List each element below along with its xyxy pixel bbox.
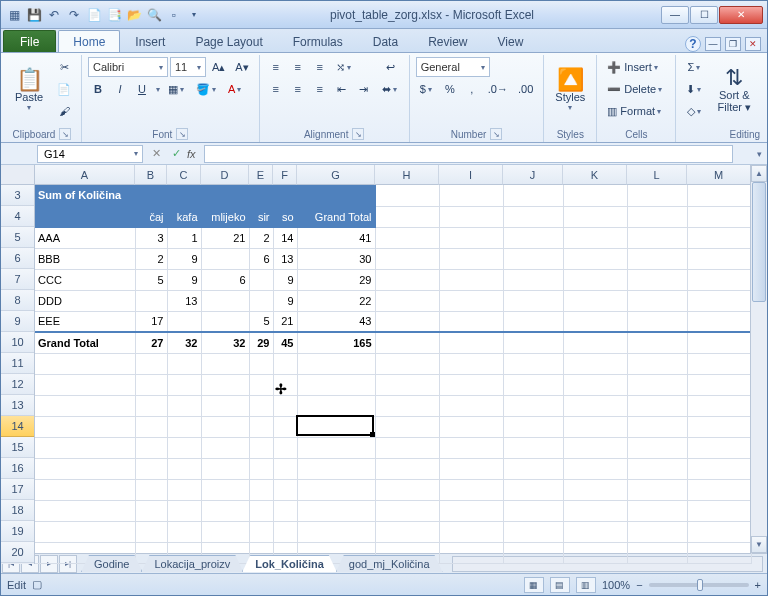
font-color-icon[interactable]: A▾ bbox=[224, 79, 247, 99]
zoom-slider[interactable] bbox=[649, 583, 749, 587]
pivot-value[interactable]: 29 bbox=[297, 269, 375, 290]
column-header[interactable]: D bbox=[201, 165, 249, 185]
cell[interactable] bbox=[297, 500, 375, 521]
file-tab[interactable]: File bbox=[3, 30, 56, 52]
mdi-minimize-icon[interactable]: — bbox=[705, 37, 721, 51]
scroll-up-icon[interactable]: ▲ bbox=[751, 165, 767, 182]
cell[interactable] bbox=[249, 500, 273, 521]
percent-format-icon[interactable]: % bbox=[440, 79, 460, 99]
cell[interactable] bbox=[135, 521, 167, 542]
row-header[interactable]: 14 bbox=[1, 416, 34, 437]
cell[interactable] bbox=[627, 395, 687, 416]
vertical-scrollbar[interactable]: ▲ ▼ bbox=[750, 165, 767, 553]
cell[interactable] bbox=[439, 521, 503, 542]
cell[interactable] bbox=[627, 374, 687, 395]
cell[interactable] bbox=[563, 206, 627, 227]
cell[interactable] bbox=[439, 290, 503, 311]
cell[interactable] bbox=[375, 395, 439, 416]
scroll-down-icon[interactable]: ▼ bbox=[751, 536, 767, 553]
copy-icon[interactable]: 📄 bbox=[53, 79, 75, 99]
autosum-icon[interactable]: Σ▾ bbox=[682, 57, 707, 77]
decrease-indent-icon[interactable]: ⇤ bbox=[332, 79, 352, 99]
cell[interactable] bbox=[375, 185, 439, 206]
italic-button[interactable]: I bbox=[110, 79, 130, 99]
cell[interactable] bbox=[687, 479, 751, 500]
tab-insert[interactable]: Insert bbox=[120, 30, 180, 52]
find-select-button[interactable]: 🔍 Find & Select ▾ bbox=[761, 57, 768, 123]
pivot-value[interactable]: 21 bbox=[201, 227, 249, 248]
pivot-grand-value[interactable]: 29 bbox=[249, 332, 273, 353]
cell[interactable] bbox=[297, 521, 375, 542]
cell[interactable] bbox=[201, 353, 249, 374]
cell[interactable] bbox=[687, 500, 751, 521]
cell[interactable] bbox=[439, 542, 503, 563]
row-header[interactable]: 16 bbox=[1, 458, 34, 479]
page-break-view-icon[interactable]: ▥ bbox=[576, 577, 596, 593]
cell[interactable] bbox=[375, 479, 439, 500]
cell[interactable] bbox=[201, 395, 249, 416]
align-center-icon[interactable]: ≡ bbox=[288, 79, 308, 99]
row-header[interactable]: 10 bbox=[1, 332, 34, 353]
row-header[interactable]: 9 bbox=[1, 311, 34, 332]
row-header[interactable]: 20 bbox=[1, 542, 34, 563]
cell[interactable] bbox=[249, 416, 273, 437]
cell[interactable] bbox=[503, 206, 563, 227]
align-top-icon[interactable]: ≡ bbox=[266, 57, 286, 77]
column-header[interactable]: J bbox=[503, 165, 563, 185]
chevron-down-icon[interactable]: ▾ bbox=[154, 85, 162, 94]
cell[interactable] bbox=[687, 290, 751, 311]
cell[interactable] bbox=[439, 437, 503, 458]
pivot-value[interactable]: 9 bbox=[273, 290, 297, 311]
new-icon[interactable]: ▫ bbox=[165, 6, 183, 24]
cell[interactable] bbox=[627, 206, 687, 227]
cell[interactable] bbox=[201, 500, 249, 521]
cell[interactable] bbox=[375, 416, 439, 437]
cell[interactable] bbox=[167, 500, 201, 521]
cell[interactable] bbox=[375, 437, 439, 458]
zoom-out-icon[interactable]: − bbox=[636, 579, 642, 591]
pivot-row-label[interactable]: DDD bbox=[35, 290, 135, 311]
cell[interactable] bbox=[297, 479, 375, 500]
dialog-launcher-icon[interactable]: ↘ bbox=[490, 128, 502, 140]
cell[interactable] bbox=[375, 500, 439, 521]
pivot-col-label[interactable]: mlijeko bbox=[201, 206, 249, 227]
cell[interactable] bbox=[273, 416, 297, 437]
cell[interactable] bbox=[687, 542, 751, 563]
cell[interactable] bbox=[503, 521, 563, 542]
help-icon[interactable]: ? bbox=[685, 36, 701, 52]
cell[interactable] bbox=[249, 521, 273, 542]
cell[interactable] bbox=[563, 458, 627, 479]
undo-icon[interactable]: ↶ bbox=[45, 6, 63, 24]
cancel-formula-icon[interactable]: ✕ bbox=[147, 145, 165, 163]
cell[interactable] bbox=[439, 311, 503, 332]
number-format-combo[interactable]: General▾ bbox=[416, 57, 490, 77]
normal-view-icon[interactable]: ▦ bbox=[524, 577, 544, 593]
cell[interactable] bbox=[297, 374, 375, 395]
cell[interactable] bbox=[627, 332, 687, 353]
row-header[interactable]: 5 bbox=[1, 227, 34, 248]
column-header[interactable]: I bbox=[439, 165, 503, 185]
pivot-value[interactable] bbox=[201, 248, 249, 269]
column-header[interactable]: H bbox=[375, 165, 439, 185]
cell[interactable] bbox=[35, 500, 135, 521]
cell[interactable] bbox=[687, 437, 751, 458]
cell[interactable] bbox=[35, 479, 135, 500]
cell[interactable] bbox=[35, 458, 135, 479]
cell[interactable] bbox=[627, 437, 687, 458]
cell[interactable] bbox=[135, 437, 167, 458]
excel-icon[interactable]: ▦ bbox=[5, 6, 23, 24]
row-header[interactable]: 8 bbox=[1, 290, 34, 311]
pivot-value[interactable]: 13 bbox=[273, 248, 297, 269]
row-header[interactable]: 12 bbox=[1, 374, 34, 395]
zoom-slider-knob[interactable] bbox=[697, 579, 703, 591]
print-preview-icon[interactable]: 🔍 bbox=[145, 6, 163, 24]
pivot-grand-label[interactable]: Grand Total bbox=[35, 332, 135, 353]
cell[interactable] bbox=[627, 458, 687, 479]
pivot-value[interactable]: 21 bbox=[273, 311, 297, 332]
clear-icon[interactable]: ◇▾ bbox=[682, 101, 707, 121]
decrease-font-icon[interactable]: A▾ bbox=[231, 57, 252, 77]
cell[interactable] bbox=[563, 479, 627, 500]
row-header[interactable]: 6 bbox=[1, 248, 34, 269]
pivot-row-label[interactable]: EEE bbox=[35, 311, 135, 332]
cell[interactable] bbox=[375, 521, 439, 542]
